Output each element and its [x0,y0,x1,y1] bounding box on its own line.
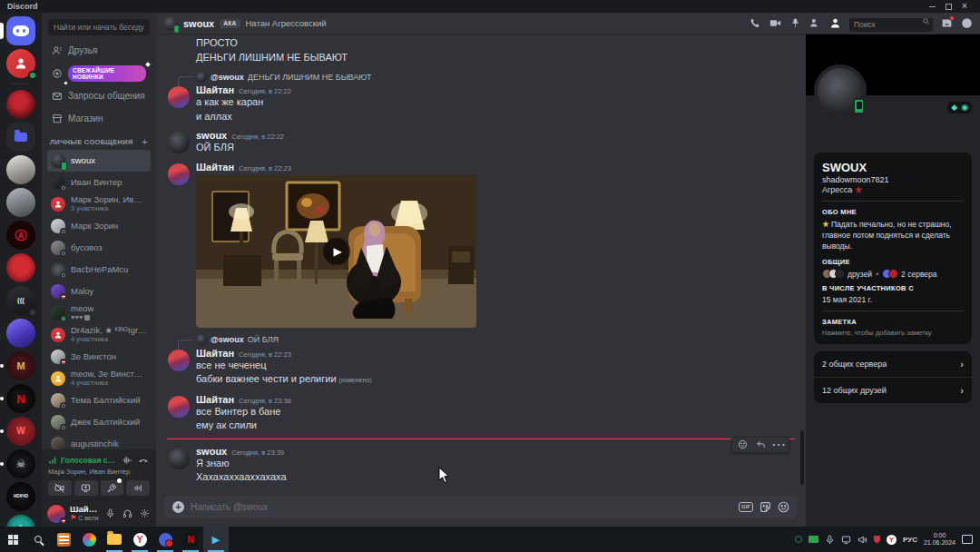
dm-user-avatar[interactable] [163,16,178,31]
paint3d-app[interactable] [76,527,102,552]
start-button[interactable] [0,527,25,552]
voice-connected-status[interactable]: Голосовая связь под [61,456,117,465]
message-author[interactable]: Шайтан [196,162,234,172]
dm-item-10[interactable]: Зе Винстон [47,346,151,368]
dm-item-5[interactable]: бусовоз [47,237,151,259]
reply-mention[interactable]: @swoux [211,73,244,82]
reply-context[interactable]: @swouxДЕНЬГИ ЛИШНИМ НЕ БЫВАЮТ [196,71,795,83]
discord-home[interactable] [6,16,35,45]
dm-item-8[interactable]: meow♥♥♥ [47,302,151,324]
tray-pinned-icon[interactable] [874,536,880,544]
message-avatar[interactable] [168,163,190,185]
sticker-picker-button[interactable] [760,501,771,513]
help-icon[interactable]: ? [961,17,973,29]
server-rose[interactable] [6,90,35,119]
tray-recording-icon[interactable] [795,536,802,543]
dm-item-2[interactable]: Иван Винтер [47,172,151,193]
deafen-button[interactable] [121,508,133,518]
dm-item-14[interactable]: augustinchik [47,433,151,449]
chat-scrollbar[interactable] [800,430,804,485]
chat-search-input[interactable] [849,18,933,32]
activities-rocket-button[interactable] [101,480,124,496]
message-avatar[interactable] [168,86,190,108]
mutual-summary[interactable]: друзей • 2 сервера [822,269,964,279]
user-profile-toggle-icon[interactable] [829,17,841,29]
server-netflix[interactable]: N [6,384,35,413]
message-author[interactable]: swoux [196,446,227,457]
dm-item-1[interactable]: swoux [47,150,151,172]
create-dm-button[interactable]: + [142,136,148,147]
server-purple-wave[interactable] [6,319,35,348]
voice-call-icon[interactable] [750,17,761,29]
screen-share-button[interactable] [74,480,98,496]
message-author[interactable]: Шайтан [196,394,234,405]
dm-item-12[interactable]: Тема Балтийский [47,389,151,411]
tray-yandex-icon[interactable]: Y [887,535,897,545]
language-indicator[interactable]: РУС [903,536,917,544]
message-avatar[interactable] [168,448,190,469]
close-button[interactable]: × [956,1,973,12]
voice-channel-name[interactable]: Марк Зорин, Иван Винтер [48,468,150,476]
dm-item-7[interactable]: Maloy [47,281,151,302]
movies-tv-app[interactable]: ▶ [203,527,229,552]
settings-gear-button[interactable] [138,508,151,518]
dm-voice-ccc[interactable]: ((( [6,286,35,315]
action-center-icon[interactable] [962,535,973,544]
sidebar-item-friends[interactable]: Друзья [47,40,151,61]
server-sunglasses-meme[interactable] [6,155,35,184]
camera-off-button[interactable] [48,480,72,496]
maximize-button[interactable] [940,1,956,12]
dm-item-11[interactable]: meow, Зе Винстон, М...4 участника [47,368,151,389]
taskbar-clock[interactable]: 0:00 21.06.2024 [924,532,956,547]
add-reaction-button[interactable] [734,439,750,451]
server-nohcho[interactable]: НОХЧО [6,482,35,511]
profile-avatar[interactable] [814,64,867,117]
video-call-icon[interactable] [769,17,781,29]
mute-mic-button[interactable] [103,508,116,518]
conversation-search-input[interactable] [48,19,150,35]
gif-picker-button[interactable]: GIF [739,502,753,512]
message-author[interactable]: swoux [196,130,227,141]
yandex-browser-app[interactable]: Y [127,527,152,552]
inbox-icon[interactable] [941,17,953,29]
dm-item-4[interactable]: Марк Зорин [47,215,151,237]
mutual-servers-row[interactable]: 2 общих сервера› [814,351,972,377]
soundboard-button[interactable] [126,480,150,496]
friends-dm-red[interactable] [6,49,35,78]
server-deadpool[interactable] [6,253,35,282]
note-placeholder[interactable]: Нажмите, чтобы добавить заметку [822,329,964,337]
message-author[interactable]: Шайтан [196,84,234,95]
netflix-app[interactable]: N [178,527,203,552]
sidebar-item-nitro-news[interactable]: СВЕЖАЙШИЕ НОВИНКИ [47,63,151,84]
dm-item-3[interactable]: Марк Зорин, Иван В...3 участника [47,193,151,215]
self-user-info[interactable]: Шайтан ⚑ С велико... [70,505,99,521]
server-folder[interactable] [6,123,35,152]
reply-button[interactable] [752,439,769,451]
message-avatar[interactable] [168,396,190,418]
message-avatar[interactable] [168,132,190,153]
add-friends-to-dm-icon[interactable] [809,17,821,29]
attach-file-button[interactable]: + [172,501,184,513]
sidebar-item-message-requests[interactable]: Запросы общения [47,85,151,106]
message-author[interactable]: Шайтан [196,348,234,359]
server-reaper[interactable]: ☠ [6,449,35,478]
mutual-friends-row[interactable]: 12 общих друзей› [814,377,972,403]
reply-mention[interactable]: @swoux [211,335,244,344]
server-w-red[interactable]: W [6,417,35,446]
pin-icon[interactable] [789,17,801,29]
message-input[interactable] [191,502,732,512]
video-attachment[interactable]: ▶ [196,175,476,328]
server-plane[interactable] [6,188,35,217]
dm-item-6[interactable]: BacbHePaMcu [47,259,151,281]
self-avatar[interactable] [47,505,65,523]
tray-network-icon[interactable] [841,535,851,545]
emoji-picker-button[interactable] [778,501,789,513]
video-editor-app[interactable] [51,527,76,552]
tray-mic-icon[interactable] [825,535,835,545]
discord-taskbar-app[interactable] [152,527,178,552]
disconnect-call-icon[interactable] [137,455,150,466]
server-m-club[interactable]: M [6,351,35,380]
file-explorer-app[interactable] [102,527,127,552]
play-button[interactable]: ▶ [323,238,350,265]
message-avatar[interactable] [168,350,190,371]
